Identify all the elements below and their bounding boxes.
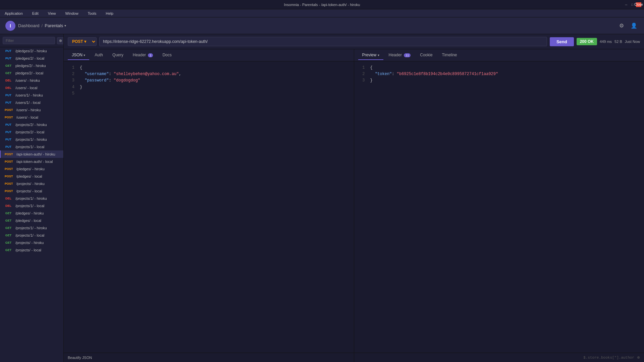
list-item[interactable]: DEL /projects/1/ - hiroku [0, 195, 63, 202]
tab-cookie[interactable]: Cookie [416, 51, 436, 60]
beautify-button[interactable]: Beautify JSON [68, 356, 92, 360]
breadcrumb-workspace[interactable]: Parentals ▾ [45, 23, 66, 28]
list-item[interactable]: POST /projects/ - local [0, 187, 63, 195]
request-path: /projects/1/ - local [15, 145, 44, 149]
method-badge: POST [3, 115, 14, 119]
list-item[interactable]: DEL /users/ - hiroku [0, 77, 63, 84]
send-button[interactable]: Send [550, 37, 574, 46]
window-controls: ─ □ Close [624, 2, 641, 7]
request-path: /pledges/2/ - local [15, 56, 44, 60]
sidebar-actions: ⊕ ⋮ [57, 37, 64, 44]
request-path: /pledges/ - hiroku [15, 211, 44, 215]
code-line: 5 [69, 90, 348, 97]
list-item[interactable]: GET pledges/2/ - local [0, 69, 63, 77]
header-right: ⚙ 👤 [618, 21, 639, 30]
list-item[interactable]: PUT /pledges/2/ - hiroku [0, 47, 63, 55]
method-select[interactable]: POST ▾ GET PUT DELETE [68, 37, 97, 46]
tab-timeline[interactable]: Timeline [438, 51, 461, 60]
tab-preview[interactable]: Preview ▾ [358, 51, 383, 60]
list-item[interactable]: PUT /projects/1/ - local [0, 143, 63, 150]
code-line: 1{ [69, 65, 348, 71]
list-item[interactable]: POST /pledges/ - local [0, 173, 63, 180]
list-item[interactable]: PUT /users/1/ - local [0, 99, 63, 106]
add-request-button[interactable]: ⊕ [57, 37, 64, 44]
request-body-editor[interactable]: 1{2 "username": "shelleybehen@yahoo.com.… [64, 61, 354, 353]
list-item[interactable]: GET /projects/ - local [0, 246, 63, 254]
line-number: 1 [69, 65, 74, 71]
list-item[interactable]: POST /pledges/ - hiroku [0, 165, 63, 173]
method-badge: DEL [3, 78, 13, 82]
menu-window[interactable]: Window [63, 11, 80, 16]
request-path: /projects/2/ - local [15, 130, 44, 134]
method-badge: GET [3, 248, 13, 252]
menu-view[interactable]: View [46, 11, 58, 16]
menu-application[interactable]: Application [3, 11, 25, 16]
request-path: /users/ - local [16, 115, 38, 119]
menu-help[interactable]: Help [104, 11, 115, 16]
request-path: /projects/ - local [16, 189, 42, 193]
request-path: pledges/2/ - local [15, 71, 43, 75]
list-item[interactable]: GET /projects/1/ - hiroku [0, 224, 63, 232]
settings-button[interactable]: ⚙ [618, 21, 625, 30]
method-badge: PUT [3, 56, 13, 60]
url-bar: POST ▾ GET PUT DELETE Send 200 OK 449 ms… [64, 34, 644, 49]
response-bottom-bar: $.store.books[*].author ⊕ [354, 353, 644, 362]
tab-json[interactable]: JSON ▾ [68, 51, 89, 60]
response-body-editor: 1{2 "token": "b6925c1e8f8b194c2b4e0c8995… [354, 61, 644, 353]
list-item[interactable]: POST /api-token-auth/ - hiroku [0, 150, 63, 158]
tab-response-header[interactable]: Header 11 [385, 51, 415, 60]
line-number: 2 [360, 71, 365, 77]
menu-edit[interactable]: Edit [30, 11, 41, 16]
list-item[interactable]: PUT /projects/2/ - hiroku [0, 121, 63, 128]
response-time: 449 ms [600, 40, 612, 44]
filter-input[interactable] [3, 37, 55, 44]
list-item[interactable]: GET /pledges/ - hiroku [0, 209, 63, 217]
list-item[interactable]: DEL /projects/1/ - local [0, 202, 63, 209]
method-badge: GET [3, 219, 13, 223]
list-item[interactable]: POST /users/ - local [0, 114, 63, 121]
list-item[interactable]: PUT /pledges/2/ - local [0, 55, 63, 62]
list-item[interactable]: PUT /projects/2/ - local [0, 128, 63, 136]
sidebar-top: ⊕ ⋮ [0, 34, 63, 47]
content-area: POST ▾ GET PUT DELETE Send 200 OK 449 ms… [64, 34, 644, 362]
close-button[interactable]: Close [636, 2, 641, 7]
list-item[interactable]: GET /projects/ - hiroku [0, 239, 63, 246]
method-badge: POST [3, 189, 14, 193]
method-badge: GET [3, 226, 13, 230]
list-item[interactable]: PUT /projects/1/ - hiroku [0, 136, 63, 143]
request-path: /projects/1/ - hiroku [15, 226, 47, 230]
tab-auth[interactable]: Auth [91, 51, 107, 60]
menu-tools[interactable]: Tools [86, 11, 99, 16]
request-path: /pledges/2/ - hiroku [15, 49, 47, 53]
list-item[interactable]: GET pledges/2/ - hiroku [0, 62, 63, 69]
breadcrumb-home[interactable]: Dashboard [18, 23, 40, 28]
tab-query[interactable]: Query [108, 51, 127, 60]
request-path: /pledges/ - local [15, 219, 41, 223]
user-profile-button[interactable]: 👤 [629, 21, 639, 30]
tab-docs[interactable]: Docs [158, 51, 175, 60]
request-path: /users/1/ - local [15, 101, 41, 105]
line-number: 2 [69, 71, 74, 77]
code-line: 2 "token": "b6925c1e8f8b194c2b4e0c899587… [360, 71, 639, 77]
url-input[interactable] [99, 37, 547, 46]
list-item[interactable]: POST /api-token-auth/ - local [0, 158, 63, 165]
list-item[interactable]: DEL /users/ - local [0, 84, 63, 92]
request-path: /pledges/ - local [16, 174, 42, 178]
line-number: 4 [69, 84, 74, 90]
list-item[interactable]: PUT /users/1/ - hiroku [0, 92, 63, 99]
request-path: /projects/1/ - hiroku [15, 196, 47, 200]
list-item[interactable]: GET /projects/1/ - local [0, 232, 63, 239]
list-item[interactable]: POST /projects/ - hiroku [0, 180, 63, 187]
line-number: 3 [360, 77, 365, 84]
method-badge: PUT [3, 101, 13, 105]
main-layout: ⊕ ⋮ PUT /pledges/2/ - hiroku PUT /pledge… [0, 34, 644, 362]
tab-header[interactable]: Header 1 [129, 51, 157, 60]
header-bar: I Dashboard / Parentals ▾ ⚙ 👤 [0, 17, 644, 34]
request-path: pledges/2/ - hiroku [15, 64, 46, 68]
list-item[interactable]: POST /users/ - hiroku [0, 106, 63, 114]
list-item[interactable]: GET /pledges/ - local [0, 217, 63, 224]
minimize-button[interactable]: ─ [624, 2, 629, 7]
breadcrumb-separator: / [42, 23, 43, 28]
method-badge: PUT [3, 49, 13, 53]
maximize-button[interactable]: □ [630, 2, 635, 7]
